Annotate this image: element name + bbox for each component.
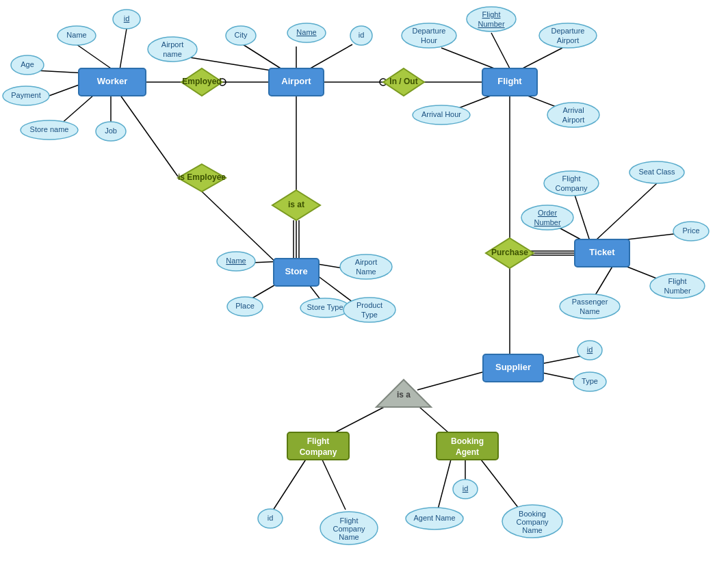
svg-line-4: [120, 29, 127, 70]
svg-line-45: [437, 457, 452, 514]
attr-ba-companyname-label3: Name: [522, 526, 542, 534]
attr-ticket-ordernumber-label2: Number: [534, 218, 560, 226]
svg-line-15: [441, 48, 499, 70]
entity-flightcompany-label2: Company: [300, 447, 337, 457]
entity-flight-label: Flight: [497, 76, 522, 86]
relation-inout-label: In / Out: [389, 77, 417, 86]
attr-worker-storename-label: Store name: [30, 125, 69, 133]
attr-store-airportname-label1: Airport: [355, 258, 377, 266]
attr-store-name-label: Name: [226, 257, 246, 265]
attr-ba-companyname-label2: Company: [516, 518, 549, 526]
attr-supplier-id-label: id: [587, 345, 593, 354]
attr-store-place-label: Place: [235, 302, 255, 310]
attr-flight-number-label2: Number: [478, 20, 504, 28]
svg-line-43: [322, 458, 346, 510]
relation-employed-label: Employed: [182, 77, 221, 86]
attr-worker-id-label: id: [124, 14, 130, 23]
attr-worker-name-label: Name: [66, 31, 86, 39]
entity-airport-label: Airport: [281, 76, 311, 86]
attr-ba-id-label: id: [463, 484, 469, 493]
entity-bookingagent-label2: Agent: [456, 447, 479, 457]
attr-store-type-label: Store Type: [307, 303, 343, 311]
attr-departure-hour-label2: Hour: [421, 36, 437, 44]
attr-ticket-seatclass-label: Seat Class: [638, 168, 675, 176]
entity-worker-label: Worker: [97, 76, 128, 86]
attr-ticket-price-label: Price: [682, 226, 699, 235]
attr-airport-airportname-label1: Airport: [161, 40, 183, 49]
attr-ticket-passengername-label2: Name: [580, 307, 599, 315]
attr-worker-payment-label: Payment: [11, 91, 40, 99]
svg-line-46: [479, 457, 521, 512]
entity-flightcompany-label1: Flight: [307, 436, 330, 446]
attr-ba-agentname-label: Agent Name: [413, 514, 455, 522]
attr-store-airportname-label2: Name: [356, 267, 376, 276]
attr-departure-airport-label2: Airport: [557, 36, 579, 44]
svg-line-32: [597, 183, 657, 239]
er-diagram-svg: id Name Age Payment Store name Job City …: [0, 0, 728, 563]
svg-line-5: [77, 44, 113, 70]
attr-airport-id-label: id: [359, 31, 365, 39]
attr-ticket-flightcompany-label1: Flight: [562, 174, 581, 183]
attr-ticket-ordernumber-label1: Order: [538, 209, 557, 217]
svg-line-14: [491, 33, 510, 68]
svg-line-19: [120, 94, 178, 176]
svg-line-31: [575, 195, 590, 241]
attr-ba-companyname-label1: Booking: [519, 510, 546, 518]
attr-fc-name-label2: Company: [333, 525, 365, 533]
attr-departure-hour-label1: Departure: [413, 27, 446, 35]
entity-store-label: Store: [285, 266, 307, 276]
attr-airport-city-label: City: [235, 31, 248, 39]
entity-bookingagent-label1: Booking: [451, 436, 484, 446]
relation-isa-label: is a: [397, 390, 411, 400]
attr-store-producttype-label1: Product: [356, 301, 382, 309]
attr-worker-age-label: Age: [21, 60, 34, 68]
relation-isat-label: is at: [288, 200, 304, 209]
attr-flight-number-label1: Flight: [482, 10, 501, 18]
attr-airport-name-label: Name: [296, 28, 316, 36]
attr-arrival-airport-label1: Arrival: [562, 106, 584, 114]
attr-fc-name-label1: Flight: [340, 516, 359, 525]
attr-airport-airportname-label2: name: [163, 50, 182, 58]
attr-ticket-flightnumber-label2: Number: [664, 287, 690, 295]
relation-purchase-label: Purchase: [491, 248, 528, 257]
attr-arrival-airport-label2: Airport: [562, 116, 584, 124]
svg-line-42: [270, 458, 307, 514]
attr-ticket-flightnumber-label1: Flight: [668, 277, 687, 285]
svg-line-16: [519, 48, 562, 70]
svg-line-39: [417, 369, 493, 390]
attr-ticket-passengername-label1: Passenger: [572, 298, 608, 306]
er-diagram-canvas: id Name Age Payment Store name Job City …: [0, 0, 728, 563]
attr-worker-job-label: Job: [105, 127, 117, 135]
entity-supplier-label: Supplier: [495, 362, 531, 372]
relation-isemployee-label: is Employee: [178, 172, 226, 182]
attr-arrival-hour-label: Arrival Hour: [421, 110, 461, 118]
attr-fc-name-label3: Name: [339, 533, 359, 541]
attr-fc-id-label: id: [268, 514, 274, 522]
attr-departure-airport-label1: Departure: [551, 27, 585, 35]
entity-ticket-label: Ticket: [589, 247, 615, 257]
attr-supplier-type-label: Type: [582, 377, 598, 385]
attr-ticket-flightcompany-label2: Company: [555, 184, 588, 192]
svg-line-12: [308, 44, 352, 70]
attr-store-producttype-label2: Type: [361, 311, 378, 319]
